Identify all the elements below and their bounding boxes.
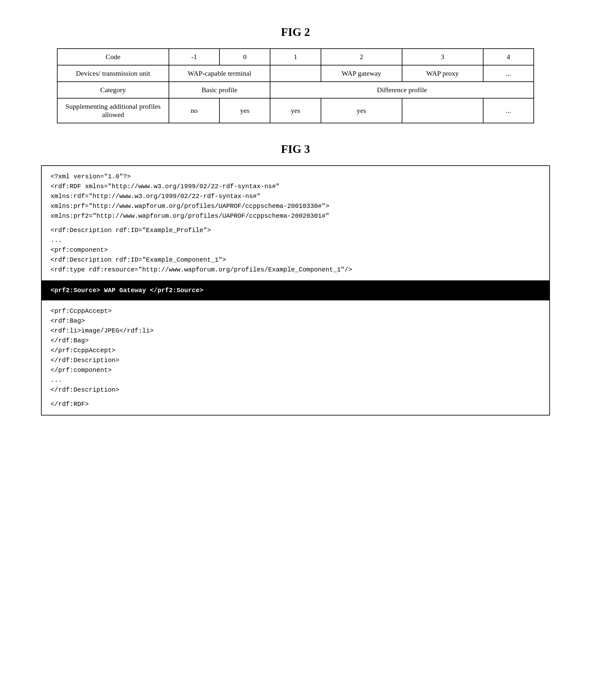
code-bottom-10: </rdf:RDF>: [51, 399, 540, 409]
header-col-0: 0: [219, 49, 270, 65]
code-line-2: <rdf:RDF xmlns="http://www.w3.org/1999/0…: [51, 181, 540, 191]
code-component-open: <prf:component>: [51, 245, 540, 255]
fig3-container: FIG 3 <?xml version="1.0"?> <rdf:RDF xml…: [41, 142, 550, 415]
fig2-title: FIG 2: [25, 25, 566, 39]
code-bottom-8: </rdf:Description>: [51, 385, 540, 395]
code-bottom-0: <prf:CcppAccept>: [51, 306, 540, 316]
row-suppl-0: yes: [219, 98, 270, 123]
code-line-4: xmlns:prf="http://www.wapforum.org/profi…: [51, 201, 540, 211]
code-ellipsis1: ...: [51, 235, 540, 245]
code-bottom-5: </rdf:Description>: [51, 356, 540, 365]
row-suppl-3: [402, 98, 483, 123]
code-highlighted-line: <prf2:Source> WAP Gateway </prf2:Source>: [42, 281, 549, 300]
header-col-4: 4: [483, 49, 534, 65]
row-suppl-label: Supplementing additional profiles allowe…: [57, 98, 169, 123]
code-rdf-desc: <rdf:Description rdf:ID="Example_Compone…: [51, 255, 540, 265]
row-suppl-1: yes: [270, 98, 321, 123]
row-category-difference: Difference profile: [270, 82, 534, 98]
row-devices-wap-capable: WAP-capable terminal: [169, 65, 270, 82]
code-bottom-3: </rdf:Bag>: [51, 336, 540, 345]
row-category-label: Category: [57, 82, 169, 98]
row-suppl-4: ...: [483, 98, 534, 123]
row-category-basic: Basic profile: [169, 82, 270, 98]
code-rdf-type: <rdf:type rdf:resource="http://www.wapfo…: [51, 265, 540, 275]
code-line-3: xmlns:rdf="http://www.w3.org/1999/02/22-…: [51, 191, 540, 201]
row-devices-wap-gateway: WAP gateway: [321, 65, 402, 82]
header-col-2: 2: [321, 49, 402, 65]
code-line-5: xmlns:prf2="http://www.wapforum.org/prof…: [51, 211, 540, 221]
row-suppl-minus1: no: [169, 98, 219, 123]
row-devices-col1-filler: [270, 65, 321, 82]
row-suppl-2: yes: [321, 98, 402, 123]
code-bottom-1: <rdf:Bag>: [51, 316, 540, 326]
header-col-minus1: -1: [169, 49, 219, 65]
code-bottom-6: </prf:component>: [51, 365, 540, 375]
header-code: Code: [57, 49, 169, 65]
code-section-top: <?xml version="1.0"?> <rdf:RDF xmlns="ht…: [42, 166, 549, 281]
fig2-table: Code -1 0 1 2 3 4 Devices/ transmission …: [57, 48, 534, 123]
header-col-1: 1: [270, 49, 321, 65]
row-devices-col4: ...: [483, 65, 534, 82]
code-line-1: <?xml version="1.0"?>: [51, 172, 540, 181]
fig3-code-box: <?xml version="1.0"?> <rdf:RDF xmlns="ht…: [41, 165, 550, 415]
code-description-open: <rdf:Description rdf:ID="Example_Profile…: [51, 225, 540, 235]
row-devices-label: Devices/ transmission unit: [57, 65, 169, 82]
code-section-bottom: <prf:CcppAccept> <rdf:Bag> <rdf:li>image…: [42, 300, 549, 415]
code-bottom-7: ...: [51, 375, 540, 385]
code-bottom-2: <rdf:li>image/JPEG</rdf:li>: [51, 326, 540, 336]
code-bottom-4: </prf:CcppAccept>: [51, 345, 540, 356]
row-devices-wap-proxy: WAP proxy: [402, 65, 483, 82]
header-col-3: 3: [402, 49, 483, 65]
fig3-title: FIG 3: [41, 142, 550, 156]
